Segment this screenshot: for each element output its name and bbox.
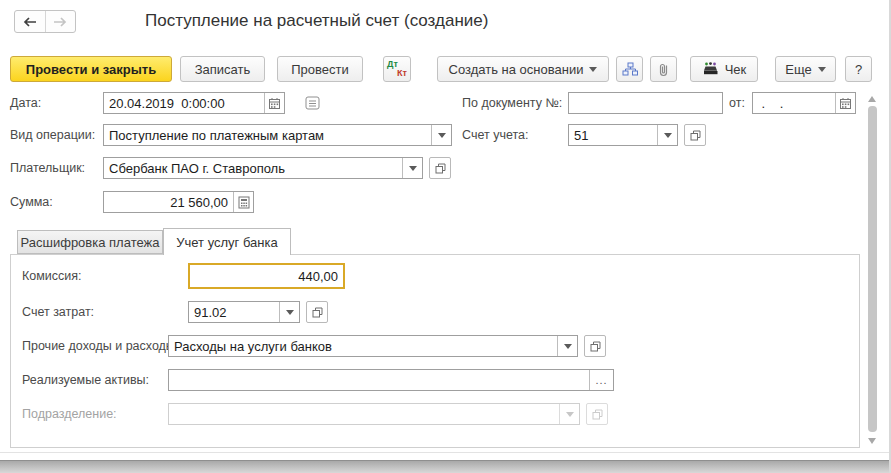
amount-label: Сумма: xyxy=(10,191,53,213)
post-and-close-label: Провести и закрыть xyxy=(26,62,156,77)
document-register-button[interactable] xyxy=(300,92,324,114)
ellipsis-icon: ... xyxy=(595,375,607,385)
content-bottom-border xyxy=(0,452,889,453)
doc-number-field[interactable] xyxy=(568,92,723,114)
chevron-down-icon xyxy=(564,344,572,349)
open-in-new-icon xyxy=(592,409,603,420)
dropdown-button xyxy=(559,404,579,424)
department-value xyxy=(169,404,559,424)
operation-kind-combo[interactable]: Поступление по платежным картам xyxy=(103,124,452,146)
dropdown-button[interactable] xyxy=(279,302,299,322)
check-button[interactable]: Чек xyxy=(690,56,758,82)
sold-assets-field[interactable]: ... xyxy=(168,369,614,391)
sold-assets-choose-button[interactable]: ... xyxy=(589,370,613,390)
account-open-button[interactable] xyxy=(684,124,706,146)
scroll-down-icon[interactable] xyxy=(868,438,876,444)
doc-number-label: По документу №: xyxy=(462,92,562,114)
tab-label: Учет услуг банка xyxy=(176,235,277,250)
cost-account-open-button[interactable] xyxy=(306,301,328,323)
cash-register-icon xyxy=(702,62,719,76)
post-and-close-button[interactable]: Провести и закрыть xyxy=(10,56,172,82)
window-bottom-edge xyxy=(0,460,889,473)
create-on-basis-label: Создать на основании xyxy=(449,62,584,77)
operation-kind-label: Вид операции: xyxy=(10,124,95,146)
date-value: 20.04.2019 0:00:00 xyxy=(104,93,264,113)
sold-assets-value xyxy=(169,370,589,390)
payer-combo[interactable]: Сбербанк ПАО г. Ставрополь xyxy=(103,157,423,179)
scroll-up-icon[interactable] xyxy=(868,96,876,102)
document-structure-button[interactable] xyxy=(616,56,643,82)
document-window: Поступление на расчетный счет (создание)… xyxy=(0,0,891,473)
dropdown-button[interactable] xyxy=(657,125,677,145)
tab-bank-services[interactable]: Учет услуг банка xyxy=(163,228,291,255)
amount-field[interactable]: 21 560,00 xyxy=(103,191,254,213)
chevron-down-icon xyxy=(286,310,294,315)
help-button[interactable]: ? xyxy=(845,56,872,82)
attachments-button[interactable] xyxy=(650,56,677,82)
history-nav xyxy=(14,10,76,33)
other-income-expense-label: Прочие доходы и расходы: xyxy=(22,335,178,357)
back-button[interactable] xyxy=(15,11,45,32)
more-label: Еще xyxy=(785,62,811,77)
other-income-expense-combo[interactable]: Расходы на услуги банков xyxy=(168,335,578,357)
commission-field[interactable]: 440,00 xyxy=(188,263,345,289)
related-documents-icon xyxy=(622,62,638,76)
write-button[interactable]: Записать xyxy=(180,56,265,82)
open-in-new-icon xyxy=(312,307,323,318)
post-button[interactable]: Провести xyxy=(277,56,363,82)
dropdown-button[interactable] xyxy=(402,158,422,178)
chevron-down-icon xyxy=(409,166,417,171)
page-title: Поступление на расчетный счет (создание) xyxy=(145,11,488,31)
chevron-down-icon xyxy=(438,133,446,138)
vertical-scrollbar[interactable] xyxy=(866,94,879,446)
operation-kind-value: Поступление по платежным картам xyxy=(104,125,431,145)
doc-date-field[interactable]: . . xyxy=(752,92,856,114)
date-field[interactable]: 20.04.2019 0:00:00 xyxy=(103,92,285,114)
back-arrow-icon xyxy=(23,17,37,27)
payer-value: Сбербанк ПАО г. Ставрополь xyxy=(104,158,402,178)
account-combo[interactable]: 51 xyxy=(568,124,678,146)
calculator-button[interactable] xyxy=(233,192,253,212)
open-in-new-icon xyxy=(435,163,446,174)
tab-payment-details[interactable]: Расшифровка платежа xyxy=(17,230,163,254)
calendar-button[interactable] xyxy=(264,93,284,113)
commission-label: Комиссия: xyxy=(22,265,82,287)
department-combo xyxy=(168,403,580,425)
calendar-icon xyxy=(839,97,852,110)
more-button[interactable]: Еще xyxy=(775,56,836,82)
calendar-button[interactable] xyxy=(835,93,855,113)
calendar-icon xyxy=(268,97,281,110)
dtkt-icon: ДтКт xyxy=(387,60,407,78)
account-label: Счет учета: xyxy=(462,124,528,146)
forward-arrow-icon xyxy=(53,17,67,27)
forward-button[interactable] xyxy=(45,11,76,32)
open-in-new-icon xyxy=(690,130,701,141)
payer-label: Плательщик: xyxy=(10,157,85,179)
show-postings-button[interactable]: ДтКт xyxy=(383,56,411,82)
check-label: Чек xyxy=(725,62,747,77)
department-open-button xyxy=(586,403,608,425)
create-on-basis-button[interactable]: Создать на основании xyxy=(437,56,609,82)
chevron-down-icon xyxy=(566,412,574,417)
payer-open-button[interactable] xyxy=(429,157,451,179)
commission-value: 440,00 xyxy=(190,265,343,287)
tab-label: Расшифровка платежа xyxy=(21,235,160,250)
dropdown-button[interactable] xyxy=(557,336,577,356)
calculator-icon xyxy=(238,196,250,209)
scrollbar-thumb[interactable] xyxy=(868,106,877,432)
list-icon xyxy=(305,96,320,110)
dropdown-button[interactable] xyxy=(431,125,451,145)
department-label: Подразделение: xyxy=(22,403,117,425)
doc-date-label: от: xyxy=(729,92,745,114)
cost-account-combo[interactable]: 91.02 xyxy=(188,301,300,323)
sold-assets-label: Реализуемые активы: xyxy=(22,369,149,391)
doc-number-value xyxy=(569,93,722,113)
doc-date-placeholder: . . xyxy=(753,93,835,113)
chevron-down-icon xyxy=(818,67,826,72)
cost-account-value: 91.02 xyxy=(189,302,279,322)
post-label: Провести xyxy=(291,62,349,77)
paperclip-icon xyxy=(658,62,670,77)
write-label: Записать xyxy=(195,62,251,77)
other-income-expense-open-button[interactable] xyxy=(584,335,606,357)
cost-account-label: Счет затрат: xyxy=(22,301,94,323)
